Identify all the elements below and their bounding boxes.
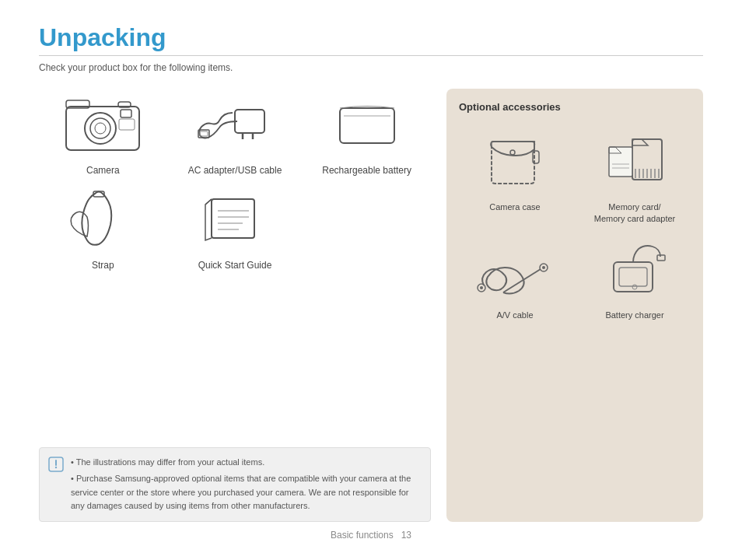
svg-point-24 <box>55 466 57 467</box>
svg-rect-5 <box>121 110 131 117</box>
title-divider <box>39 55 703 56</box>
ac-adapter-label: AC adapter/USB cable <box>188 165 282 176</box>
camera-icon <box>56 89 149 159</box>
optional-item-memory-card: Memory card/ Memory card adapter <box>579 125 691 226</box>
rechargeable-battery-icon <box>320 89 414 159</box>
optional-item-battery-charger: Battery charger <box>579 233 691 321</box>
svg-point-26 <box>510 150 515 155</box>
item-ac-adapter: AC adapter/USB cable <box>171 89 299 176</box>
note-bullet-1: • The illustrations may differ from your… <box>71 456 421 470</box>
note-icon <box>47 456 65 473</box>
svg-line-17 <box>205 199 212 205</box>
memory-card-label: Memory card/ Memory card adapter <box>594 201 676 226</box>
page-title: Unpacking <box>39 23 703 52</box>
svg-point-43 <box>542 266 545 269</box>
footer-text: Basic functions <box>331 530 394 541</box>
camera-label: Camera <box>86 165 120 176</box>
rechargeable-battery-label: Rechargeable battery <box>322 165 411 176</box>
svg-point-3 <box>95 123 106 134</box>
svg-rect-8 <box>235 110 264 133</box>
optional-item-camera-case: Camera case <box>459 125 571 226</box>
battery-charger-icon <box>592 233 677 303</box>
svg-rect-12 <box>200 131 208 136</box>
battery-charger-label: Battery charger <box>605 310 663 321</box>
quick-start-guide-icon <box>188 184 282 254</box>
item-strap: Strap <box>39 184 167 271</box>
main-layout: Camera <box>39 89 703 522</box>
strap-label: Strap <box>92 260 114 271</box>
page-subtitle: Check your product box for the following… <box>39 62 703 73</box>
page-footer: Basic functions 13 <box>39 522 703 544</box>
optional-accessories-grid: Camera case <box>459 125 691 321</box>
optional-accessories-title: Optional accessories <box>459 101 691 113</box>
svg-rect-36 <box>609 147 632 177</box>
optional-accessories-section: Optional accessories <box>446 89 703 522</box>
svg-point-2 <box>90 118 110 138</box>
page-content: Unpacking Check your product box for the… <box>0 0 742 560</box>
svg-point-48 <box>632 285 637 289</box>
svg-rect-47 <box>657 255 665 261</box>
item-quick-start-guide: Quick Start Guide <box>171 184 299 271</box>
av-cable-icon <box>472 233 558 303</box>
note-text: • The illustrations may differ from your… <box>71 456 421 513</box>
svg-rect-16 <box>212 199 254 238</box>
svg-point-1 <box>85 113 116 144</box>
strap-icon <box>56 184 149 254</box>
svg-rect-7 <box>119 119 135 130</box>
note-box: • The illustrations may differ from your… <box>39 447 431 522</box>
left-section: Camera <box>39 89 431 522</box>
camera-case-icon <box>472 125 558 195</box>
svg-rect-13 <box>340 108 394 143</box>
item-camera: Camera <box>39 89 167 176</box>
footer-page: 13 <box>401 530 411 541</box>
svg-rect-46 <box>619 268 647 286</box>
svg-marker-28 <box>632 139 648 145</box>
note-bullet-2: • Purchase Samsung-approved optional ite… <box>71 472 421 513</box>
optional-item-av-cable: A/V cable <box>459 233 571 321</box>
svg-point-41 <box>480 286 483 289</box>
av-cable-label: A/V cable <box>496 310 533 321</box>
quick-start-guide-label: Quick Start Guide <box>198 260 272 271</box>
camera-case-label: Camera case <box>489 201 540 213</box>
items-grid: Camera <box>39 89 431 271</box>
memory-card-icon <box>592 125 677 195</box>
ac-adapter-icon <box>188 89 282 159</box>
item-rechargeable-battery: Rechargeable battery <box>303 89 431 176</box>
